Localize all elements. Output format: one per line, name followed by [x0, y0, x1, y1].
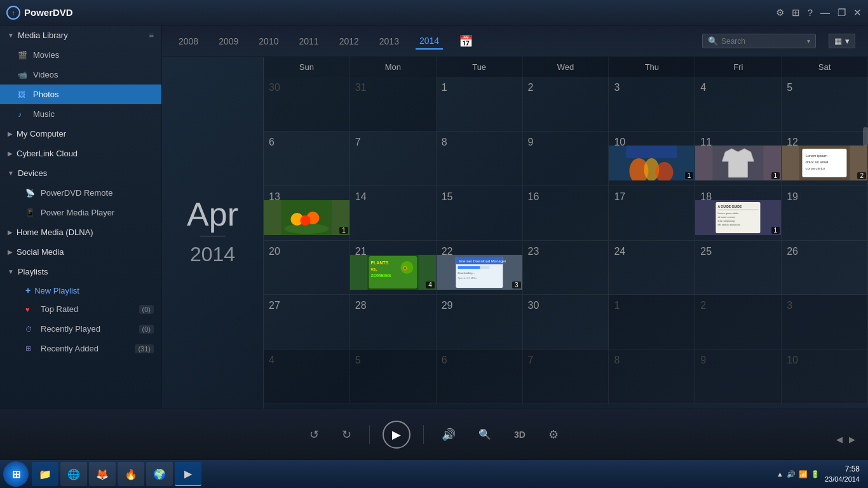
panel-left-icon[interactable]: ◀	[836, 435, 843, 444]
sidebar-playlists[interactable]: ▼ Playlists	[0, 262, 161, 281]
calendar-cell-12[interactable]: 12 Lorem ipsum dolor sit amet consectetu…	[782, 132, 868, 186]
sidebar-item-recently-played[interactable]: ⏱ Recently Played (0)	[0, 319, 161, 339]
calendar-cell-13[interactable]: 13 1	[264, 186, 350, 241]
calendar-cell-4[interactable]: 4	[264, 349, 350, 404]
calendar-cell-5[interactable]: 5	[782, 77, 868, 132]
calendar-cell-15[interactable]: 15	[437, 186, 523, 241]
search-input[interactable]	[721, 37, 804, 46]
calendar-cell-3[interactable]: 3	[609, 77, 695, 132]
sidebar-item-music[interactable]: ♪ Music	[0, 104, 161, 124]
calendar-icon[interactable]: 📅	[459, 34, 473, 48]
calendar-cell-20[interactable]: 20	[264, 241, 350, 295]
calendar-cell-14[interactable]: 14	[350, 186, 437, 241]
sidebar-item-photos[interactable]: 🖼 Photos	[0, 85, 161, 104]
sidebar-item-movies[interactable]: 🎬 Movies	[0, 45, 161, 65]
taskbar-app-browser2[interactable]: 🔥	[118, 462, 144, 486]
scrollbar[interactable]	[863, 127, 868, 146]
year-navigation: 2008 2009 2010 2011 2012 2013 2014 📅	[175, 33, 689, 50]
calendar-cell-26[interactable]: 26	[782, 241, 868, 295]
calendar-cell-23[interactable]: 23	[523, 241, 609, 295]
thumb-container-18: A GUIDE GUIDE Lorem ipsum dolor sit amet…	[695, 200, 781, 240]
calendar-cell-27[interactable]: 27	[264, 295, 350, 349]
panel-right-icon[interactable]: ▶	[849, 435, 855, 444]
taskbar-app-chrome[interactable]: 🌐	[60, 462, 87, 486]
calendar-cell-6[interactable]: 6	[264, 132, 350, 186]
calendar-cell-29[interactable]: 29	[437, 295, 523, 349]
calendar-cell-6[interactable]: 6	[437, 349, 523, 404]
volume-button[interactable]: 🔊	[437, 423, 461, 447]
network-tray-icon[interactable]: 📶	[799, 470, 808, 478]
settings-ctrl-button[interactable]: ⚙	[543, 423, 564, 447]
calendar-cell-21[interactable]: 21 PLANTS vs. ZOMBIES 🌻 4	[350, 241, 437, 295]
sidebar-item-recently-added[interactable]: ⊞ Recently Added (31)	[0, 339, 161, 358]
calendar-cell-9[interactable]: 9	[695, 349, 782, 404]
settings-icon[interactable]: ⚙	[776, 7, 784, 18]
calendar-cell-25[interactable]: 25	[695, 241, 782, 295]
calendar-cell-4[interactable]: 4	[695, 77, 782, 132]
calendar-cell-22[interactable]: 22 Internet Download Manager Downloading…	[437, 241, 523, 295]
taskbar-app-firefox[interactable]: 🦊	[89, 462, 116, 486]
sidebar-item-top-rated[interactable]: ♥ Top Rated (0)	[0, 299, 161, 319]
calendar-cell-3[interactable]: 3	[782, 295, 868, 349]
calendar-cell-28[interactable]: 28	[350, 295, 437, 349]
calendar-cell-9[interactable]: 9	[523, 132, 609, 186]
play-button[interactable]: ▶	[383, 421, 410, 449]
close-button[interactable]: ✕	[853, 7, 862, 18]
start-button[interactable]: ⊞	[3, 461, 29, 487]
sidebar-social-media[interactable]: ▶ Social Media	[0, 242, 161, 262]
calendar-cell-2[interactable]: 2	[695, 295, 782, 349]
taskbar-app-powerdvd[interactable]: ▶	[175, 462, 201, 486]
calendar-cell-2[interactable]: 2	[523, 77, 609, 132]
calendar-cell-10[interactable]: 10	[782, 349, 868, 404]
calendar-cell-8[interactable]: 8	[609, 349, 695, 404]
library-icon[interactable]: ⊞	[792, 7, 800, 18]
calendar-cell-10[interactable]: 10 1	[609, 132, 695, 186]
3d-button[interactable]: 3D	[509, 424, 531, 445]
manage-icon[interactable]: ≡	[149, 30, 154, 40]
sidebar-home-media[interactable]: ▶ Home Media (DLNA)	[0, 222, 161, 242]
calendar-cell-7[interactable]: 7	[350, 132, 437, 186]
forward-button[interactable]: ↻	[337, 423, 356, 447]
sidebar-item-power-media-player[interactable]: 📱 Power Media Player	[0, 203, 161, 222]
calendar-cell-19[interactable]: 19	[782, 186, 868, 241]
maximize-button[interactable]: ❐	[837, 7, 846, 18]
calendar-cell-30[interactable]: 30	[264, 77, 350, 132]
calendar-cell-5[interactable]: 5	[350, 349, 437, 404]
sidebar-new-playlist[interactable]: + New Playlist	[0, 281, 161, 299]
view-switcher[interactable]: ▦ ▾	[829, 34, 855, 48]
sidebar-my-computer[interactable]: ▶ My Computer	[0, 124, 161, 144]
sidebar-media-library[interactable]: ▼ Media Library ≡	[0, 25, 161, 45]
year-2009[interactable]: 2009	[215, 34, 242, 49]
taskbar-app-files[interactable]: 📁	[32, 462, 58, 486]
calendar-cell-11[interactable]: 11 1	[695, 132, 782, 186]
sidebar-item-powerdvd-remote[interactable]: 📡 PowerDVD Remote	[0, 183, 161, 203]
year-2012[interactable]: 2012	[336, 34, 363, 49]
sidebar-devices[interactable]: ▼ Devices	[0, 163, 161, 183]
recently-played-label: Recently Played	[41, 324, 100, 334]
calendar-cell-17[interactable]: 17	[609, 186, 695, 241]
search-dropdown-icon[interactable]: ▾	[807, 37, 810, 44]
minimize-button[interactable]: —	[820, 7, 830, 18]
rewind-button[interactable]: ↺	[304, 423, 324, 447]
sidebar-cyberlink-cloud[interactable]: ▶ CyberLink Cloud	[0, 144, 161, 163]
calendar-cell-31[interactable]: 31	[350, 77, 437, 132]
year-2013[interactable]: 2013	[376, 34, 403, 49]
zoom-button[interactable]: 🔍	[473, 423, 496, 445]
calendar-cell-1[interactable]: 1	[609, 295, 695, 349]
search-bar[interactable]: 🔍 ▾	[702, 34, 816, 48]
calendar-cell-7[interactable]: 7	[523, 349, 609, 404]
year-2008[interactable]: 2008	[175, 34, 202, 49]
year-2014[interactable]: 2014	[416, 33, 443, 50]
year-2010[interactable]: 2010	[255, 34, 282, 49]
calendar-cell-30[interactable]: 30	[523, 295, 609, 349]
sidebar-item-videos[interactable]: 📹 Videos	[0, 65, 161, 85]
calendar-cell-1[interactable]: 1	[437, 77, 523, 132]
taskbar-app-globe[interactable]: 🌍	[146, 462, 173, 486]
year-2011[interactable]: 2011	[295, 34, 322, 49]
calendar-cell-8[interactable]: 8	[437, 132, 523, 186]
help-icon[interactable]: ?	[808, 7, 813, 18]
calendar-cell-18[interactable]: 18 A GUIDE GUIDE Lorem ipsum dolor sit a…	[695, 186, 782, 241]
calendar-cell-16[interactable]: 16	[523, 186, 609, 241]
calendar-cell-24[interactable]: 24	[609, 241, 695, 295]
volume-tray-icon[interactable]: 🔊	[787, 470, 796, 478]
